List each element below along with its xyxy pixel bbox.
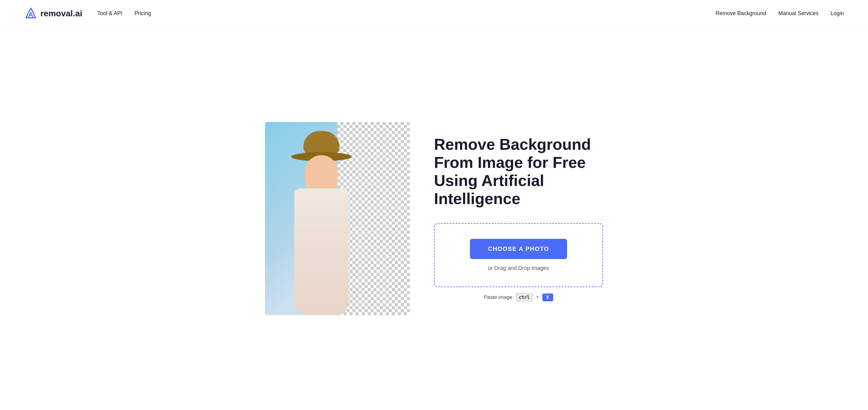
nav-link-tool-api[interactable]: Tool & API	[97, 10, 123, 16]
body	[294, 188, 349, 315]
paste-area: Paste image ctrl + V	[434, 293, 603, 302]
v-key-badge: V	[542, 293, 553, 301]
main-content: Remove Background From Image for Free Us…	[0, 27, 868, 410]
upload-dropzone[interactable]: CHOOSE A PHOTO or Drag and Drop images	[434, 223, 603, 287]
woman-figure	[265, 122, 378, 315]
ctrl-key-badge: ctrl	[516, 293, 533, 302]
choose-photo-button[interactable]: CHOOSE A PHOTO	[470, 239, 567, 259]
hero-image	[265, 122, 410, 315]
logo-link[interactable]: removal.ai	[24, 7, 83, 20]
nav-item-tool-api[interactable]: Tool & API	[97, 10, 123, 17]
navbar: removal.ai Tool & API Pricing Remove Bac…	[0, 0, 868, 27]
plus-sign: +	[536, 294, 539, 300]
nav-right: Remove Background Manual Services Login	[716, 10, 844, 17]
nav-link-pricing[interactable]: Pricing	[134, 10, 151, 16]
hat-crown	[303, 131, 340, 155]
nav-links: Tool & API Pricing	[97, 10, 151, 17]
drag-drop-text: or Drag and Drop images	[488, 265, 549, 271]
hero-content: Remove Background From Image for Free Us…	[434, 136, 603, 301]
nav-link-manual-services[interactable]: Manual Services	[778, 10, 818, 17]
nav-left: removal.ai Tool & API Pricing	[24, 7, 151, 20]
paste-label: Paste image	[484, 294, 513, 300]
logo-text: removal.ai	[40, 9, 83, 19]
hero-title: Remove Background From Image for Free Us…	[434, 136, 603, 208]
logo-icon	[24, 7, 37, 20]
nav-item-pricing[interactable]: Pricing	[134, 10, 151, 17]
nav-link-remove-bg[interactable]: Remove Background	[716, 10, 766, 17]
nav-link-login[interactable]: Login	[831, 10, 844, 17]
